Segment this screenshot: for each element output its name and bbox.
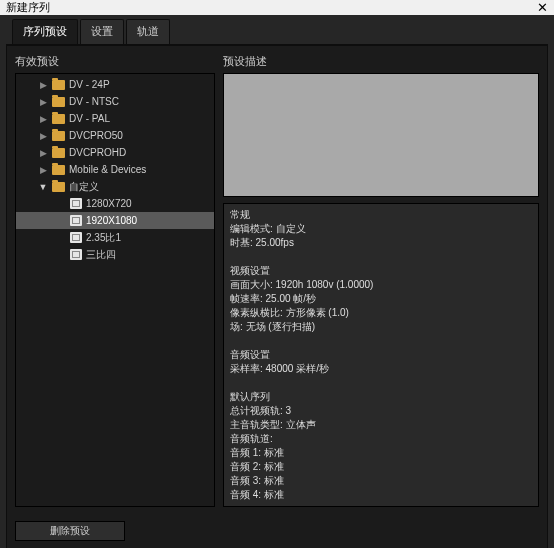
chevron-right-icon[interactable]: ▶ — [38, 97, 48, 107]
preset-folder[interactable]: ▶DVCPRO50 — [16, 127, 214, 144]
close-icon[interactable]: ✕ — [537, 0, 548, 15]
tree-item-label: 2.35比1 — [86, 231, 121, 245]
chevron-right-icon[interactable]: ▶ — [38, 114, 48, 124]
tree-item-label: DV - PAL — [69, 113, 110, 124]
new-sequence-dialog: 新建序列 ✕ 序列预设设置轨道 有效预设 ▶DV - 24P▶DV - NTSC… — [0, 0, 554, 548]
chevron-down-icon[interactable]: ▼ — [38, 182, 48, 192]
tree-item-label: 1920X1080 — [86, 215, 137, 226]
delete-preset-button[interactable]: 删除预设 — [15, 521, 125, 541]
available-presets-label: 有效预设 — [15, 54, 215, 69]
preset-folder[interactable]: ▶DV - 24P — [16, 76, 214, 93]
tree-item-label: DV - NTSC — [69, 96, 119, 107]
tree-item-label: 自定义 — [69, 180, 99, 194]
folder-icon — [52, 97, 65, 107]
presets-column: 有效预设 ▶DV - 24P▶DV - NTSC▶DV - PAL▶DVCPRO… — [15, 54, 215, 507]
dialog-body: 序列预设设置轨道 有效预设 ▶DV - 24P▶DV - NTSC▶DV - P… — [0, 15, 554, 548]
tab-1[interactable]: 设置 — [80, 19, 124, 44]
tab-bar: 序列预设设置轨道 — [6, 19, 548, 45]
tree-item-label: 1280X720 — [86, 198, 132, 209]
chevron-right-icon[interactable]: ▶ — [38, 80, 48, 90]
preset-preview — [223, 73, 539, 197]
folder-icon — [52, 148, 65, 158]
preset-folder[interactable]: ▶Mobile & Devices — [16, 161, 214, 178]
tab-0[interactable]: 序列预设 — [12, 19, 78, 44]
content-panel: 有效预设 ▶DV - 24P▶DV - NTSC▶DV - PAL▶DVCPRO… — [6, 45, 548, 548]
preset-item[interactable]: 1920X1080 — [16, 212, 214, 229]
preset-description-text[interactable]: 常规 编辑模式: 自定义 时基: 25.00fps 视频设置 画面大小: 192… — [223, 203, 539, 507]
window-title: 新建序列 — [6, 0, 50, 15]
preset-folder[interactable]: ▼自定义 — [16, 178, 214, 195]
preset-item[interactable]: 1280X720 — [16, 195, 214, 212]
tree-item-label: Mobile & Devices — [69, 164, 146, 175]
tab-2[interactable]: 轨道 — [126, 19, 170, 44]
preset-icon — [70, 232, 82, 243]
tree-item-label: DVCPRO50 — [69, 130, 123, 141]
tree-item-label: 三比四 — [86, 248, 116, 262]
description-column: 预设描述 常规 编辑模式: 自定义 时基: 25.00fps 视频设置 画面大小… — [223, 54, 539, 507]
preset-folder[interactable]: ▶DV - PAL — [16, 110, 214, 127]
preset-icon — [70, 215, 82, 226]
preset-icon — [70, 249, 82, 260]
preset-folder[interactable]: ▶DV - NTSC — [16, 93, 214, 110]
chevron-right-icon[interactable]: ▶ — [38, 165, 48, 175]
folder-icon — [52, 114, 65, 124]
tree-item-label: DV - 24P — [69, 79, 110, 90]
tree-item-label: DVCPROHD — [69, 147, 126, 158]
preset-description-label: 预设描述 — [223, 54, 539, 69]
columns: 有效预设 ▶DV - 24P▶DV - NTSC▶DV - PAL▶DVCPRO… — [15, 54, 539, 507]
chevron-right-icon[interactable]: ▶ — [38, 131, 48, 141]
folder-icon — [52, 182, 65, 192]
folder-icon — [52, 131, 65, 141]
folder-icon — [52, 165, 65, 175]
titlebar[interactable]: 新建序列 ✕ — [0, 0, 554, 15]
presets-tree[interactable]: ▶DV - 24P▶DV - NTSC▶DV - PAL▶DVCPRO50▶DV… — [15, 73, 215, 507]
preset-item[interactable]: 2.35比1 — [16, 229, 214, 246]
preset-item[interactable]: 三比四 — [16, 246, 214, 263]
chevron-right-icon[interactable]: ▶ — [38, 148, 48, 158]
folder-icon — [52, 80, 65, 90]
preset-folder[interactable]: ▶DVCPROHD — [16, 144, 214, 161]
preset-icon — [70, 198, 82, 209]
